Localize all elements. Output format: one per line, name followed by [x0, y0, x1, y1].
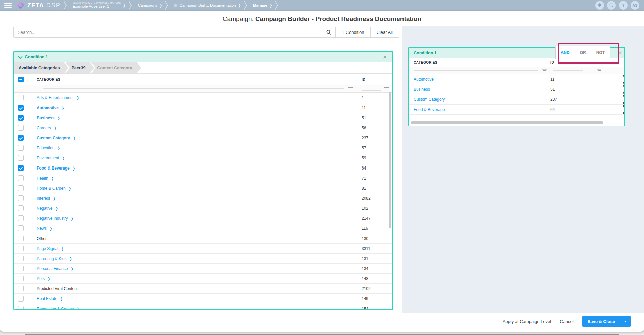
row-checkbox[interactable]: [18, 185, 24, 191]
operator-not-button[interactable]: NOT: [591, 46, 610, 59]
chevron-right-icon: ❯: [54, 126, 57, 130]
apply-campaign-level-button[interactable]: Apply at Campaign Level: [503, 319, 551, 324]
vertical-scrollbar[interactable]: [389, 92, 391, 228]
help-button[interactable]: ?: [619, 1, 628, 10]
caret-up-icon[interactable]: [624, 321, 627, 322]
chevron-right-icon: ❯: [71, 216, 73, 220]
row-checkbox[interactable]: [18, 95, 24, 100]
categories-column-header[interactable]: CATEGORIES: [414, 61, 437, 64]
save-close-button[interactable]: Save & Close: [582, 316, 631, 327]
search-submit[interactable]: [322, 27, 335, 37]
row-checkbox[interactable]: [18, 195, 24, 201]
category-link[interactable]: Personal Finance: [37, 266, 68, 271]
category-link[interactable]: Business: [37, 116, 54, 120]
category-link[interactable]: Parenting & Kids: [37, 256, 66, 261]
row-checkbox[interactable]: [18, 256, 24, 261]
chevron-down-icon[interactable]: [18, 54, 22, 59]
row-checkbox[interactable]: [18, 125, 24, 131]
notifications-button[interactable]: [595, 1, 604, 10]
category-link[interactable]: Real Estate: [37, 296, 57, 301]
category-link[interactable]: Custom Category: [37, 136, 70, 140]
avatar[interactable]: AS: [631, 1, 639, 10]
row-checkbox[interactable]: [18, 236, 24, 241]
row-checkbox[interactable]: [18, 306, 24, 310]
row-checkbox[interactable]: [18, 215, 24, 221]
chevron-right-icon[interactable]: ❯: [123, 3, 126, 7]
breadcrumb-separator: [64, 0, 69, 10]
category-link[interactable]: Education: [37, 146, 54, 150]
close-icon[interactable]: ✕: [381, 54, 388, 60]
row-checkbox[interactable]: [18, 115, 24, 121]
row-checkbox[interactable]: [18, 276, 24, 281]
category-link[interactable]: Interest: [37, 196, 50, 201]
category-link[interactable]: Careers: [37, 126, 51, 130]
search-input[interactable]: [14, 27, 322, 37]
id-filter-input[interactable]: [362, 90, 381, 91]
category-link[interactable]: Environment: [37, 156, 59, 160]
clear-all-button[interactable]: Clear All: [370, 27, 399, 37]
row-checkbox[interactable]: [18, 286, 24, 291]
category-link[interactable]: Arts & Entertainment: [37, 95, 74, 100]
row-checkbox[interactable]: [18, 165, 24, 171]
category-id: 81: [357, 183, 392, 193]
row-checkbox[interactable]: [18, 175, 24, 181]
filter-icon[interactable]: [597, 69, 601, 72]
breadcrumb-separator: [129, 0, 135, 10]
add-condition-button[interactable]: + Condition: [335, 27, 370, 37]
table-row: Food & Beverage❯64: [14, 163, 392, 173]
category-link[interactable]: Food & Beverage: [37, 166, 70, 171]
category-link[interactable]: Food & Beverage: [414, 107, 445, 112]
selected-category-row: Food & Beverage64: [409, 105, 624, 115]
id-column-header[interactable]: ID: [362, 78, 365, 81]
category-link[interactable]: Page Signal: [37, 246, 58, 251]
chevron-right-icon: ❯: [57, 116, 60, 120]
operator-and-button[interactable]: AND: [556, 46, 575, 59]
category-link[interactable]: Pets: [37, 276, 45, 281]
table-row: Negative❯102: [14, 203, 392, 213]
tab-peer39[interactable]: Peer39: [66, 62, 94, 73]
close-icon[interactable]: ✕: [618, 50, 622, 55]
hamburger-menu-icon[interactable]: [4, 3, 12, 8]
row-checkbox[interactable]: [18, 266, 24, 271]
filter-icon[interactable]: [384, 87, 389, 90]
breadcrumb-campaign[interactable]: Campaign Buil ... Documentation ❯: [174, 3, 241, 7]
row-checkbox[interactable]: [18, 296, 24, 302]
row-checkbox[interactable]: [18, 145, 24, 151]
tab-available-categories[interactable]: Available Categories: [14, 62, 69, 73]
select-all-checkbox[interactable]: [18, 77, 24, 82]
category-link[interactable]: Recreation & Games: [37, 307, 74, 310]
chevron-right-icon[interactable]: ❯: [270, 3, 272, 8]
category-link[interactable]: Negative Industry: [37, 216, 68, 221]
filter-icon[interactable]: [542, 69, 547, 72]
category-link[interactable]: Automotive: [414, 77, 434, 82]
id-filter-input[interactable]: [553, 70, 583, 71]
row-checkbox[interactable]: [18, 155, 24, 161]
row-checkbox[interactable]: [18, 225, 24, 231]
breadcrumb-campaigns[interactable]: Campaigns ❯: [138, 3, 162, 7]
id-column-header[interactable]: ID: [550, 61, 554, 64]
category-link[interactable]: News: [37, 226, 47, 231]
row-checkbox[interactable]: [18, 105, 24, 111]
category-link[interactable]: Health: [37, 176, 48, 181]
categories-column-header[interactable]: CATEGORIES: [37, 78, 60, 81]
categories-filter-input[interactable]: [414, 70, 538, 71]
breadcrumb-manage[interactable]: Manage ❯: [253, 3, 272, 7]
tab-content-category[interactable]: Content Category: [91, 62, 141, 73]
row-checkbox[interactable]: [18, 246, 24, 251]
filter-icon[interactable]: [348, 87, 353, 90]
row-checkbox[interactable]: [18, 205, 24, 211]
chevron-right-icon[interactable]: ❯: [160, 3, 162, 8]
cancel-button[interactable]: Cancel: [560, 319, 573, 324]
horizontal-scrollbar[interactable]: [411, 121, 603, 124]
categories-filter-input[interactable]: [43, 88, 344, 89]
row-checkbox[interactable]: [18, 135, 24, 141]
category-link[interactable]: Negative: [37, 206, 52, 211]
chevron-right-icon[interactable]: ❯: [238, 3, 241, 8]
operator-or-button[interactable]: OR: [575, 46, 591, 59]
category-link[interactable]: Custom Category: [414, 97, 445, 102]
breadcrumb-advertiser[interactable]: SMART PROJECTS (VARIABLE MARGIN) Example…: [73, 2, 126, 9]
category-link[interactable]: Home & Garden: [37, 186, 66, 191]
category-link[interactable]: Business: [414, 87, 430, 92]
search-button[interactable]: [607, 1, 616, 10]
category-link[interactable]: Automotive: [37, 106, 59, 110]
